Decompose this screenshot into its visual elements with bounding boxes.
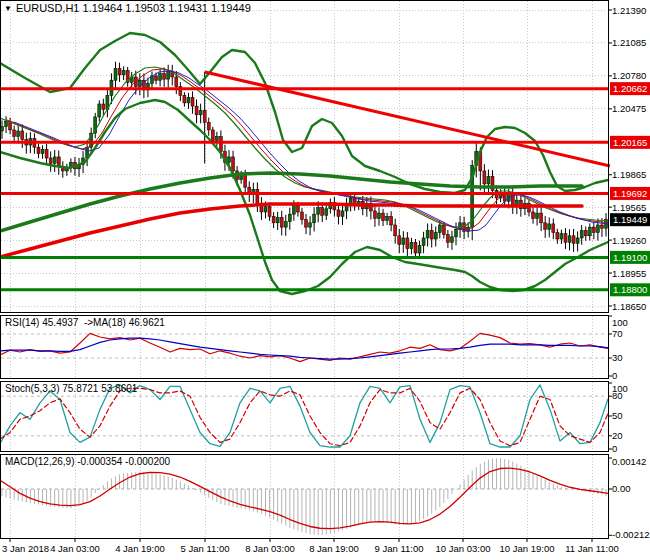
svg-text:1.18650: 1.18650 xyxy=(612,301,646,312)
current-price-badge: 1.19449 xyxy=(610,213,650,226)
svg-text:9 Jan 11:00: 9 Jan 11:00 xyxy=(375,543,424,554)
svg-text:1.20662: 1.20662 xyxy=(613,83,647,94)
svg-text:1.18955: 1.18955 xyxy=(612,268,646,279)
price-chart-canvas[interactable]: 1.213901.210851.207801.204751.198651.195… xyxy=(0,0,650,560)
chart-title-text: EURUSD,H1 1.19464 1.19503 1.19431 1.1944… xyxy=(16,2,251,14)
svg-text:1.20780: 1.20780 xyxy=(612,70,646,81)
candles xyxy=(1,62,608,260)
level-price-badge: 1.19692 xyxy=(610,187,650,200)
chart-window: ▼ EURUSD,H1 1.19464 1.19503 1.19431 1.19… xyxy=(0,0,650,560)
svg-text:-0.002122: -0.002122 xyxy=(612,529,650,540)
svg-text:100: 100 xyxy=(612,317,628,328)
descending-trendline xyxy=(205,72,610,166)
level-price-badge: 1.20662 xyxy=(610,82,650,95)
svg-text:11 Jan 11:00: 11 Jan 11:00 xyxy=(565,543,619,554)
svg-text:1.19100: 1.19100 xyxy=(613,252,647,263)
svg-text:4 Jan 03:00: 4 Jan 03:00 xyxy=(50,543,100,554)
svg-text:0.00: 0.00 xyxy=(612,483,631,494)
svg-text:1.19692: 1.19692 xyxy=(613,188,647,199)
stoch-indicator-label: Stoch(5,3,3) 75.8721 53.8601 xyxy=(5,383,137,394)
svg-text:1.19865: 1.19865 xyxy=(612,169,646,180)
stoch-axis-labels: 1008050200 xyxy=(608,383,628,454)
svg-text:20: 20 xyxy=(612,430,623,441)
svg-text:10 Jan 03:00: 10 Jan 03:00 xyxy=(436,543,491,554)
svg-text:10 Jan 19:00: 10 Jan 19:00 xyxy=(500,543,555,554)
svg-text:50: 50 xyxy=(612,410,623,421)
macd-axis-labels: 0.001420.00-0.002122 xyxy=(608,456,650,540)
chart-title: ▼ EURUSD,H1 1.19464 1.19503 1.19431 1.19… xyxy=(4,2,251,14)
svg-text:1.20165: 1.20165 xyxy=(613,137,647,148)
svg-text:5 Jan 11:00: 5 Jan 11:00 xyxy=(181,543,230,554)
svg-text:80: 80 xyxy=(612,390,623,401)
svg-text:1.18800: 1.18800 xyxy=(613,284,647,295)
macd-panel-series xyxy=(0,458,608,535)
level-price-badge: 1.18800 xyxy=(610,283,650,296)
svg-text:1.19565: 1.19565 xyxy=(612,202,646,213)
svg-text:30: 30 xyxy=(612,352,623,363)
support-resistance-levels xyxy=(0,89,608,290)
svg-text:8 Jan 19:00: 8 Jan 19:00 xyxy=(309,543,359,554)
svg-text:1.21085: 1.21085 xyxy=(612,37,646,48)
level-price-badge: 1.19100 xyxy=(610,251,650,264)
svg-text:3 Jan 2018: 3 Jan 2018 xyxy=(2,543,49,554)
level-price-badge: 1.20165 xyxy=(610,136,650,149)
svg-text:70: 70 xyxy=(612,328,623,339)
svg-text:4 Jan 19:00: 4 Jan 19:00 xyxy=(115,543,165,554)
time-axis: 3 Jan 20184 Jan 03:004 Jan 19:005 Jan 11… xyxy=(2,538,619,554)
price-axis: 1.213901.210851.207801.204751.198651.195… xyxy=(608,5,646,312)
rsi-indicator-label: RSI(14) 45.4937 ->MA(18) 46.9621 xyxy=(5,317,165,328)
svg-text:8 Jan 03:00: 8 Jan 03:00 xyxy=(245,543,295,554)
svg-text:1.19449: 1.19449 xyxy=(613,214,647,225)
svg-text:0.00142: 0.00142 xyxy=(612,456,646,467)
svg-text:1.19260: 1.19260 xyxy=(612,235,646,246)
rsi-axis-labels: 10070300 xyxy=(608,316,628,381)
svg-text:1.20475: 1.20475 xyxy=(612,103,646,114)
symbol-dropdown-icon[interactable]: ▼ xyxy=(4,3,12,14)
svg-text:0: 0 xyxy=(612,443,617,454)
svg-text:0: 0 xyxy=(612,370,617,381)
svg-text:1.21390: 1.21390 xyxy=(612,5,646,16)
stochastic-panel-series xyxy=(0,385,608,447)
macd-indicator-label: MACD(12,26,9) -0.000354 -0.000200 xyxy=(5,456,170,467)
rsi-panel-series xyxy=(0,333,608,361)
bollinger-bands xyxy=(0,33,608,294)
